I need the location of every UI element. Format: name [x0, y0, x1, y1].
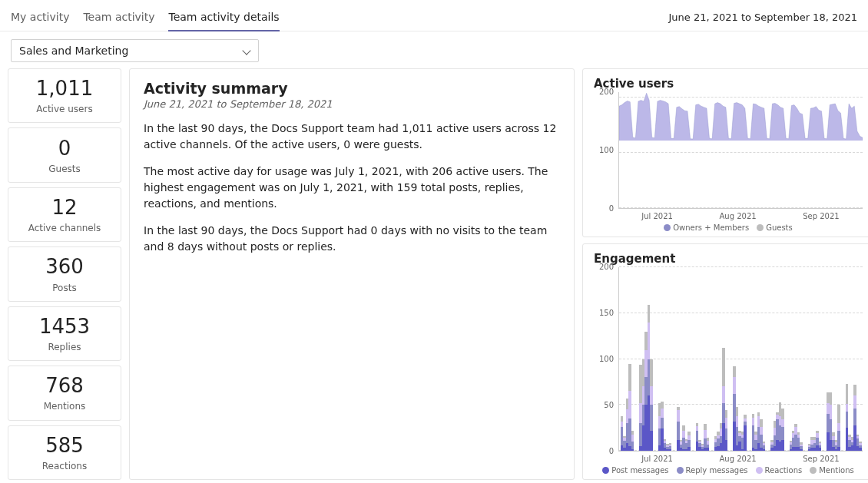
legend-dot-icon	[756, 467, 763, 474]
stat-value: 360	[45, 255, 84, 279]
stat-guests[interactable]: 0 Guests	[8, 127, 121, 182]
summary-subtitle: June 21, 2021 to September 18, 2021	[144, 98, 560, 110]
stat-label: Reactions	[42, 461, 87, 471]
summary-paragraph: The most active day for usage was July 1…	[144, 164, 560, 212]
tab-my-activity[interactable]: My activity	[11, 5, 69, 31]
engagement-chart[interactable]: 050100150200	[594, 267, 863, 452]
bar[interactable]	[859, 267, 861, 451]
stat-active-users[interactable]: 1,011 Active users	[8, 68, 121, 123]
legend-dot-icon	[677, 467, 684, 474]
legend-replies: Reply messages	[677, 466, 748, 475]
legend-posts: Post messages	[602, 466, 668, 475]
stat-cards-column: 1,011 Active users 0 Guests 12 Active ch…	[8, 68, 121, 480]
team-select-value: Sales and Marketing	[19, 45, 128, 57]
team-select-dropdown[interactable]: Sales and Marketing	[11, 39, 259, 62]
stat-value: 1,011	[36, 77, 93, 101]
plot-area	[618, 92, 863, 209]
stat-value: 1453	[39, 315, 90, 339]
x-axis: Jul 2021Aug 2021Sep 2021	[594, 452, 863, 463]
legend-dot-icon	[602, 467, 609, 474]
summary-title: Activity summary	[144, 80, 560, 97]
active-users-chart[interactable]: 0100200	[594, 92, 863, 209]
tab-team-activity-details[interactable]: Team activity details	[168, 5, 279, 31]
stat-label: Posts	[52, 283, 76, 293]
stat-reactions[interactable]: 585 Reactions	[8, 425, 121, 480]
stat-value: 585	[45, 434, 84, 458]
main-grid: 1,011 Active users 0 Guests 12 Active ch…	[0, 68, 868, 483]
legend-dot-icon	[757, 224, 764, 231]
summary-paragraph: In the last 90 days, the Docs Support ha…	[144, 223, 560, 255]
plot-area	[618, 267, 863, 452]
legend-dot-icon	[664, 224, 671, 231]
chart-legend: Owners + Members Guests	[594, 220, 863, 232]
legend-guests: Guests	[757, 223, 793, 232]
chart-legend: Post messages Reply messages Reactions M…	[594, 463, 863, 475]
chevron-down-icon	[243, 47, 250, 55]
chart-title: Active users	[594, 77, 863, 91]
stat-value: 12	[51, 196, 77, 220]
legend-mentions: Mentions	[810, 466, 853, 475]
stat-posts[interactable]: 360 Posts	[8, 246, 121, 301]
legend-reactions: Reactions	[756, 466, 803, 475]
legend-owners: Owners + Members	[664, 223, 749, 232]
stat-label: Active users	[36, 104, 92, 114]
top-bar: My activity Team activity Team activity …	[0, 0, 868, 31]
y-axis: 0100200	[594, 92, 618, 209]
stat-label: Replies	[48, 342, 81, 352]
stat-mentions[interactable]: 768 Mentions	[8, 366, 121, 420]
engagement-chart-card: Engagement 050100150200 Jul 2021Aug 2021…	[582, 243, 868, 480]
stat-value: 0	[58, 137, 71, 160]
date-range-label: June 21, 2021 to September 18, 2021	[668, 12, 857, 31]
tabs: My activity Team activity Team activity …	[11, 5, 280, 31]
controls-row: Sales and Marketing	[0, 31, 868, 68]
tab-team-activity[interactable]: Team activity	[83, 5, 154, 31]
stat-value: 768	[45, 374, 84, 398]
stat-label: Guests	[48, 164, 81, 174]
chart-title: Engagement	[594, 252, 863, 266]
stat-label: Active channels	[28, 223, 101, 233]
active-users-chart-card: Active users 0100200 Jul 2021Aug 2021Sep…	[582, 68, 868, 237]
activity-summary-panel: Activity summary June 21, 2021 to Septem…	[129, 68, 575, 480]
y-axis: 050100150200	[594, 267, 618, 452]
stat-replies[interactable]: 1453 Replies	[8, 306, 121, 361]
stat-label: Mentions	[44, 401, 86, 412]
summary-paragraph: In the last 90 days, the Docs Support te…	[144, 121, 560, 153]
x-axis: Jul 2021Aug 2021Sep 2021	[594, 209, 863, 220]
stat-active-channels[interactable]: 12 Active channels	[8, 187, 121, 242]
legend-dot-icon	[810, 467, 817, 474]
